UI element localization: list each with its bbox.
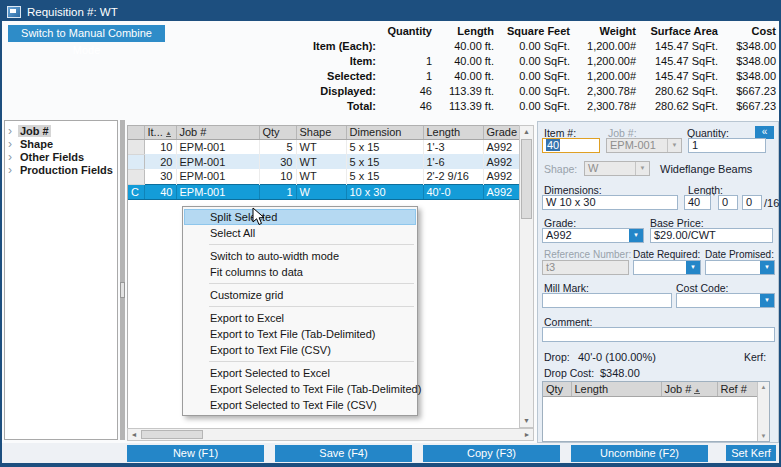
- grid-column-header-dimension[interactable]: Dimension: [346, 126, 423, 139]
- cell-length[interactable]: 2'-2 9/16: [423, 169, 483, 184]
- cell-job[interactable]: EPM-001: [176, 139, 259, 154]
- cell-job[interactable]: EPM-001: [176, 154, 259, 169]
- mill-mark-field[interactable]: [542, 293, 672, 308]
- save-button[interactable]: Save (F4): [275, 445, 412, 462]
- cell-length[interactable]: 1'-3: [423, 139, 483, 154]
- grid-horizontal-scrollbar[interactable]: ◄ ►: [127, 428, 534, 441]
- date-promised-combobox[interactable]: ▼: [705, 260, 775, 275]
- tree-item-label[interactable]: Production Fields: [18, 164, 115, 176]
- cell-shape[interactable]: WT: [296, 169, 346, 184]
- cell-length[interactable]: 40'-0: [423, 184, 483, 199]
- cost-code-combobox[interactable]: ▼: [676, 293, 775, 308]
- cell-item[interactable]: 40: [144, 184, 176, 199]
- quantity-field[interactable]: 1: [688, 138, 766, 153]
- dropdown-arrow-icon[interactable]: ▼: [667, 139, 681, 152]
- menu-item-customize-grid[interactable]: Customize grid: [184, 287, 416, 303]
- cell-shape[interactable]: WT: [296, 139, 346, 154]
- chevron-right-icon[interactable]: ›: [8, 152, 18, 162]
- cut-list-scrollbar[interactable]: ▲ ▼: [757, 382, 769, 441]
- scroll-up-icon[interactable]: ▲: [758, 382, 769, 392]
- menu-item-select-all[interactable]: Select All: [184, 225, 416, 241]
- chevron-right-icon[interactable]: ›: [8, 165, 18, 175]
- cell-job[interactable]: EPM-001: [176, 184, 259, 199]
- item-number-field[interactable]: 40: [542, 138, 600, 153]
- cell-dimension[interactable]: 5 x 15: [346, 169, 423, 184]
- cut-list-header-qty[interactable]: Qty: [543, 382, 571, 396]
- set-kerf-button[interactable]: Set Kerf: [726, 445, 776, 461]
- menu-item-export-selected-text-tab[interactable]: Export Selected to Text File (Tab-Delimi…: [184, 381, 416, 397]
- tree-item-label[interactable]: Other Fields: [18, 151, 86, 163]
- cell-qty[interactable]: 10: [259, 169, 296, 184]
- menu-item-export-selected-excel[interactable]: Export Selected to Excel: [184, 365, 416, 381]
- grid-column-header-job[interactable]: Job #: [176, 126, 259, 139]
- cell-grade[interactable]: A992: [483, 154, 519, 169]
- vertical-scroll-thumb[interactable]: [521, 139, 532, 219]
- grid-column-header-shape[interactable]: Shape: [296, 126, 346, 139]
- cell-job[interactable]: EPM-001: [176, 169, 259, 184]
- dropdown-arrow-icon[interactable]: ▼: [629, 229, 643, 242]
- row-marker-cell[interactable]: [128, 169, 144, 184]
- scroll-down-icon[interactable]: ▼: [758, 431, 769, 441]
- menu-item-auto-width-mode[interactable]: Switch to auto-width mode: [184, 248, 416, 264]
- cell-qty[interactable]: 1: [259, 184, 296, 199]
- chevron-right-icon[interactable]: ›: [8, 126, 18, 136]
- cell-qty[interactable]: 5: [259, 139, 296, 154]
- cut-list-header-length[interactable]: Length: [571, 382, 661, 396]
- menu-item-export-text-csv[interactable]: Export to Text File (CSV): [184, 342, 416, 358]
- row-marker-cell[interactable]: [128, 139, 144, 154]
- cell-length[interactable]: 1'-6: [423, 154, 483, 169]
- dimensions-field[interactable]: W 10 x 30: [542, 195, 678, 210]
- reference-number-field[interactable]: t3: [542, 260, 629, 275]
- row-marker-cell-combined[interactable]: C: [128, 184, 144, 199]
- tree-item-label[interactable]: Job #: [18, 125, 51, 137]
- grid-vertical-scrollbar[interactable]: ▲ ▼: [519, 125, 534, 428]
- tree-item-label[interactable]: Shape: [18, 138, 55, 150]
- dropdown-arrow-icon[interactable]: ▼: [760, 294, 774, 307]
- tree-grid-splitter[interactable]: [120, 120, 125, 440]
- cell-dimension[interactable]: 10 x 30: [346, 184, 423, 199]
- cut-list-header-label[interactable]: Job #: [665, 383, 692, 395]
- cell-grade[interactable]: A992: [483, 184, 519, 199]
- menu-item-export-excel[interactable]: Export to Excel: [184, 310, 416, 326]
- tree-item-job-number[interactable]: › Job #: [8, 124, 117, 137]
- cell-qty[interactable]: 30: [259, 154, 296, 169]
- grid-column-header-item[interactable]: It...▴: [144, 126, 176, 139]
- dropdown-arrow-icon[interactable]: ▼: [686, 261, 700, 274]
- grid-column-header-qty[interactable]: Qty: [259, 126, 296, 139]
- scroll-left-icon[interactable]: ◄: [128, 429, 140, 440]
- grid-row-selected[interactable]: C 40 EPM-001 1 W 10 x 30 40'-0 A992: [128, 184, 519, 199]
- cell-item[interactable]: 20: [144, 154, 176, 169]
- grid-row[interactable]: 20 EPM-001 30 WT 5 x 15 1'-6 A992: [128, 154, 519, 169]
- cell-shape[interactable]: W: [296, 184, 346, 199]
- splitter-grip-handle[interactable]: [120, 282, 125, 298]
- new-button[interactable]: New (F1): [127, 445, 264, 462]
- switch-combine-mode-button[interactable]: Switch to Manual Combine Mode: [8, 25, 165, 42]
- menu-item-split-selected[interactable]: Split Selected: [184, 209, 416, 225]
- grid-row[interactable]: 10 EPM-001 5 WT 5 x 15 1'-3 A992: [128, 139, 519, 154]
- length-fraction-field[interactable]: 0: [742, 195, 762, 210]
- menu-item-fit-columns[interactable]: Fit columns to data: [184, 264, 416, 280]
- length-inches-field[interactable]: 0: [718, 195, 738, 210]
- cell-grade[interactable]: A992: [483, 139, 519, 154]
- tree-item-production-fields[interactable]: › Production Fields: [8, 163, 117, 176]
- comment-field[interactable]: [542, 327, 775, 342]
- shape-combobox[interactable]: W ▼: [584, 161, 650, 176]
- menu-item-export-text-tab[interactable]: Export to Text File (Tab-Delimited): [184, 326, 416, 342]
- job-number-combobox[interactable]: EPM-001 ▼: [606, 138, 682, 153]
- copy-button[interactable]: Copy (F3): [423, 445, 560, 462]
- dropdown-arrow-icon[interactable]: ▼: [760, 261, 774, 274]
- cut-list-header-job[interactable]: Job #▴: [661, 382, 717, 396]
- row-marker-cell[interactable]: [128, 154, 144, 169]
- horizontal-scroll-thumb[interactable]: [141, 430, 203, 439]
- base-price-field[interactable]: $29.00/CWT: [650, 228, 773, 243]
- cell-dimension[interactable]: 5 x 15: [346, 154, 423, 169]
- menu-item-export-selected-text-csv[interactable]: Export Selected to Text File (CSV): [184, 397, 416, 413]
- cell-item[interactable]: 30: [144, 169, 176, 184]
- cell-dimension[interactable]: 5 x 15: [346, 139, 423, 154]
- length-feet-field[interactable]: 40: [684, 195, 711, 210]
- chevron-right-icon[interactable]: ›: [8, 139, 18, 149]
- grid-column-header-grade[interactable]: Grade: [483, 126, 519, 139]
- date-required-combobox[interactable]: ▼: [633, 260, 701, 275]
- tree-item-other-fields[interactable]: › Other Fields: [8, 150, 117, 163]
- uncombine-button[interactable]: Uncombine (F2): [571, 445, 708, 462]
